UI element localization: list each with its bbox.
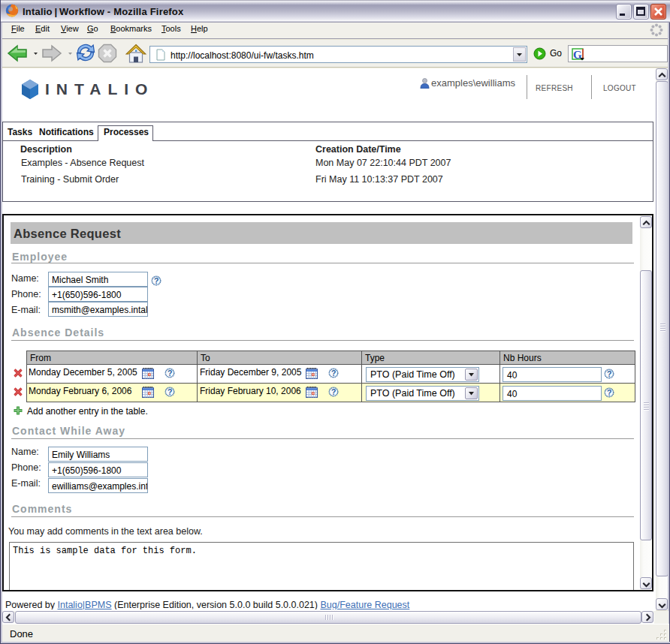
svg-text:?: ?	[607, 369, 611, 378]
svg-text:?: ?	[168, 387, 172, 396]
svg-text:?: ?	[168, 369, 172, 378]
svg-text:?: ?	[331, 369, 336, 378]
svg-text:?: ?	[331, 387, 336, 396]
svg-text:?: ?	[607, 388, 611, 397]
svg-text:?: ?	[154, 276, 158, 285]
